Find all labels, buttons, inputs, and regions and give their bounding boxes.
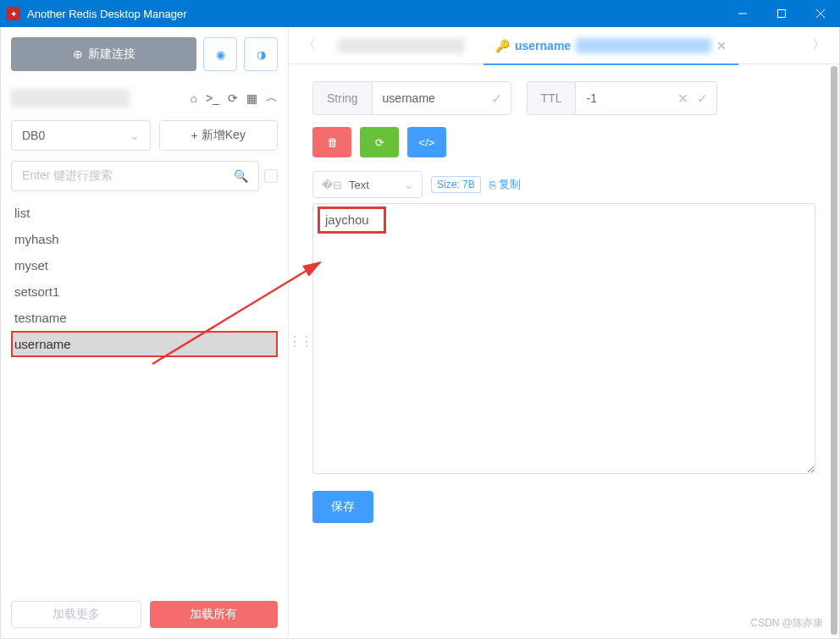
check-icon[interactable]: ✓: [491, 91, 502, 107]
resize-handle[interactable]: ⋮⋮: [288, 333, 312, 350]
plus-icon: +: [191, 129, 198, 142]
db-selector-value: DB0: [22, 129, 45, 142]
db-selector[interactable]: DB0 ⌄: [11, 120, 151, 151]
tab-bar: 〈 🔑 username ✕ 〉: [289, 27, 839, 64]
home-icon[interactable]: ⌂: [191, 91, 197, 105]
search-icon: 🔍: [234, 169, 248, 183]
key-item[interactable]: list: [11, 200, 278, 226]
search-input[interactable]: Enter 键进行搜索 🔍: [11, 161, 259, 191]
key-item[interactable]: setsort1: [11, 278, 278, 305]
ttl-group: TTL ✕ ✓: [527, 81, 718, 115]
code-button[interactable]: </>: [407, 127, 446, 157]
check-icon[interactable]: ✓: [697, 91, 708, 107]
key-item[interactable]: myset: [11, 252, 278, 278]
ttl-input[interactable]: [576, 82, 669, 114]
gear-icon: ◉: [216, 48, 225, 61]
format-value: Text: [349, 179, 369, 191]
chevron-down-icon: ⌄: [404, 179, 413, 191]
tab-active[interactable]: 🔑 username ✕: [484, 27, 738, 64]
refresh-button[interactable]: ⟳: [360, 127, 399, 157]
code-icon: </>: [418, 136, 434, 149]
load-more-button[interactable]: 加载更多: [11, 601, 141, 628]
copy-icon: ⎘: [489, 179, 496, 191]
key-item[interactable]: username: [11, 331, 278, 357]
clock-icon: ◑: [257, 48, 266, 61]
chevron-down-icon: ⌄: [130, 129, 140, 142]
settings-button[interactable]: ◉: [203, 37, 237, 71]
save-button[interactable]: 保存: [312, 491, 373, 523]
trash-icon: 🗑: [327, 136, 338, 149]
copy-label: 复制: [499, 177, 521, 192]
key-type-group: String ✓: [312, 81, 511, 115]
search-placeholder: Enter 键进行搜索: [22, 168, 113, 184]
scrollbar[interactable]: [831, 66, 837, 635]
connection-header[interactable]: ⌂ >_ ⟳ ▦ ︿: [11, 86, 278, 110]
log-button[interactable]: ◑: [244, 37, 278, 71]
plus-circle-icon: ⊕: [73, 47, 83, 61]
add-key-button[interactable]: + 新增Key: [159, 120, 279, 151]
svg-rect-1: [778, 10, 786, 18]
sidebar: ⊕ 新建连接 ◉ ◑ ⌂ >_ ⟳ ▦ ︿ DB0 ⌄ + 新增Key: [1, 27, 289, 638]
main-panel: 〈 🔑 username ✕ 〉 String ✓ TTL: [289, 27, 839, 638]
refresh-icon: ⟳: [375, 136, 384, 149]
size-badge: Size: 7B: [431, 176, 481, 193]
add-key-label: 新增Key: [202, 128, 246, 143]
tab-close-icon[interactable]: ✕: [716, 39, 727, 52]
copy-button[interactable]: ⎘ 复制: [489, 177, 521, 192]
grid-icon[interactable]: ▦: [246, 91, 257, 105]
tab-label-blurred: [338, 38, 465, 53]
tree-icon: �⊟: [322, 179, 342, 191]
ttl-label: TTL: [528, 82, 577, 114]
new-connection-label: 新建连接: [88, 47, 135, 62]
key-item[interactable]: myhash: [11, 226, 278, 252]
tab-scroll-right[interactable]: 〉: [809, 36, 829, 54]
terminal-icon[interactable]: >_: [206, 91, 219, 105]
collapse-icon[interactable]: ︿: [266, 91, 278, 106]
key-item[interactable]: testname: [11, 305, 278, 331]
minimize-button[interactable]: [723, 0, 762, 27]
load-all-button[interactable]: 加载所有: [150, 601, 279, 628]
type-label: String: [313, 82, 373, 114]
clear-icon[interactable]: ✕: [677, 91, 688, 107]
tab-inactive[interactable]: [326, 27, 477, 64]
close-button[interactable]: [801, 0, 840, 27]
key-list: listmyhashmysetsetsort1testnameusername: [11, 200, 278, 594]
app-icon: ✦: [7, 7, 20, 20]
tab-active-label: username: [515, 39, 571, 52]
key-name-input[interactable]: [373, 82, 483, 114]
exact-match-checkbox[interactable]: [264, 169, 278, 183]
tab-suffix-blurred: [576, 38, 711, 53]
delete-button[interactable]: 🗑: [312, 127, 351, 157]
format-selector[interactable]: �⊟ Text ⌄: [312, 171, 423, 198]
connection-name: [11, 89, 130, 107]
new-connection-button[interactable]: ⊕ 新建连接: [11, 37, 196, 71]
maximize-button[interactable]: [762, 0, 801, 27]
value-textarea[interactable]: [312, 203, 815, 474]
watermark: CSDN @陈亦康: [750, 616, 823, 631]
refresh-icon[interactable]: ⟳: [228, 91, 238, 105]
app-title: Another Redis Desktop Manager: [27, 8, 187, 20]
tab-scroll-left[interactable]: 〈: [299, 36, 319, 54]
key-icon: 🔑: [495, 39, 510, 52]
titlebar: ✦ Another Redis Desktop Manager: [0, 0, 840, 27]
